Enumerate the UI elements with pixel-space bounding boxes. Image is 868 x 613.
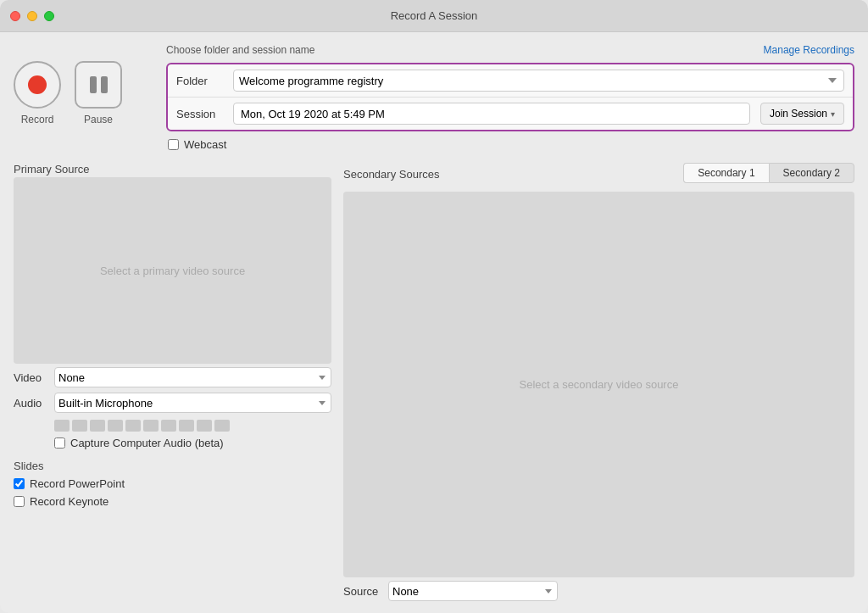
session-label: Session <box>176 108 223 120</box>
record-powerpoint-checkbox[interactable] <box>14 478 25 489</box>
secondary-source-label: Source <box>343 585 381 598</box>
join-chevron-icon: ▾ <box>831 109 835 119</box>
capture-row: Capture Computer Audio (beta) <box>54 437 331 449</box>
top-section: Record Pause Choose folder and session n… <box>14 44 854 151</box>
video-source-row: Video None <box>14 367 331 387</box>
audio-bar-10 <box>214 420 230 432</box>
audio-bar-8 <box>179 420 194 432</box>
pause-bar-left <box>90 76 97 93</box>
record-button[interactable] <box>14 61 61 109</box>
folder-session-box: Folder Welcome programme registry Sessio… <box>166 63 854 131</box>
webcast-row: Webcast <box>168 138 854 151</box>
audio-bar-2 <box>72 420 87 432</box>
secondary-tabs: Secondary 1 Secondary 2 <box>683 163 854 183</box>
slides-section: Slides Record PowerPoint Record Keynote <box>14 460 331 508</box>
main-content: Record Pause Choose folder and session n… <box>0 32 868 613</box>
record-label: Record <box>21 114 54 125</box>
manage-recordings-link[interactable]: Manage Recordings <box>764 44 854 56</box>
session-input[interactable] <box>233 103 750 125</box>
secondary-source-select[interactable]: None <box>388 581 558 601</box>
folder-select[interactable]: Welcome programme registry <box>233 70 844 92</box>
join-session-button[interactable]: Join Session ▾ <box>760 103 844 125</box>
slides-title: Slides <box>14 460 43 472</box>
maximize-button[interactable] <box>44 11 54 21</box>
video-select[interactable]: None <box>54 367 331 387</box>
playback-controls: Record Pause <box>14 44 149 125</box>
window-controls <box>10 11 54 21</box>
audio-bar-1 <box>54 420 70 432</box>
audio-level-bars <box>54 420 331 432</box>
secondary-video-preview: Select a secondary video source <box>343 192 854 577</box>
tab-secondary-1[interactable]: Secondary 1 <box>683 163 768 183</box>
audio-bar-9 <box>197 420 212 432</box>
secondary-source-row: Source None <box>343 581 854 601</box>
record-keynote-label: Record Keynote <box>30 495 108 508</box>
webcast-label: Webcast <box>184 138 226 151</box>
slides-items: Record PowerPoint Record Keynote <box>14 477 331 508</box>
audio-bar-5 <box>125 420 141 432</box>
right-panel: Secondary Sources Secondary 1 Secondary … <box>343 163 854 601</box>
tab-secondary-2[interactable]: Secondary 2 <box>769 163 854 183</box>
audio-bar-7 <box>161 420 176 432</box>
titlebar: Record A Session <box>0 0 868 32</box>
capture-checkbox[interactable] <box>54 437 65 449</box>
audio-bar-6 <box>143 420 159 432</box>
primary-placeholder: Select a primary video source <box>100 265 245 277</box>
record-keynote-checkbox[interactable] <box>14 496 25 507</box>
left-panel: Primary Source Select a primary video so… <box>14 163 331 601</box>
video-label: Video <box>14 371 47 384</box>
minimize-button[interactable] <box>27 11 37 21</box>
primary-source-title: Primary Source <box>14 163 331 176</box>
record-powerpoint-item: Record PowerPoint <box>14 477 331 490</box>
record-control: Record <box>14 61 61 125</box>
secondary-placeholder: Select a secondary video source <box>520 378 679 391</box>
record-keynote-item: Record Keynote <box>14 495 331 508</box>
audio-label: Audio <box>14 397 47 410</box>
pause-label: Pause <box>84 114 113 125</box>
audio-bar-3 <box>90 420 105 432</box>
session-row: Session Join Session ▾ <box>168 98 853 130</box>
webcast-checkbox[interactable] <box>168 139 179 150</box>
sources-container: Primary Source Select a primary video so… <box>14 163 854 601</box>
secondary-source-title: Secondary Sources <box>343 168 439 181</box>
main-window: Record A Session Record Pause <box>0 0 868 613</box>
primary-source-controls: Video None Audio Built-in Microphone <box>14 367 331 449</box>
audio-source-row: Audio Built-in Microphone <box>14 393 331 413</box>
pause-bar-right <box>101 76 108 93</box>
primary-video-preview: Select a primary video source <box>14 177 331 364</box>
audio-select[interactable]: Built-in Microphone <box>54 393 331 413</box>
tab-secondary-1-label: Secondary 1 <box>698 167 754 179</box>
window-title: Record A Session <box>391 9 478 22</box>
choose-folder-label: Choose folder and session name <box>166 44 314 56</box>
join-session-label: Join Session <box>770 108 827 120</box>
tab-secondary-2-label: Secondary 2 <box>783 167 840 179</box>
folder-label: Folder <box>176 75 223 87</box>
pause-button[interactable] <box>75 61 122 109</box>
folder-row: Folder Welcome programme registry <box>168 64 853 98</box>
audio-bar-4 <box>108 420 123 432</box>
record-powerpoint-label: Record PowerPoint <box>30 477 125 490</box>
pause-control: Pause <box>75 61 122 125</box>
record-icon <box>28 75 47 94</box>
session-panel: Choose folder and session name Manage Re… <box>166 44 854 151</box>
close-button[interactable] <box>10 11 20 21</box>
session-header: Choose folder and session name Manage Re… <box>166 44 854 56</box>
capture-label: Capture Computer Audio (beta) <box>70 437 224 449</box>
